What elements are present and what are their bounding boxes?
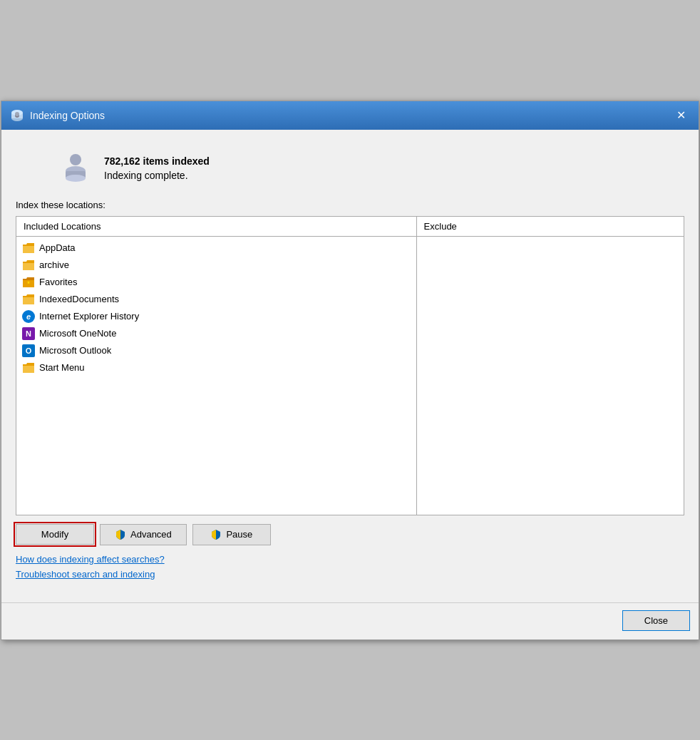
exclude-header: Exclude	[417, 217, 684, 236]
svg-point-5	[70, 154, 81, 165]
section-label: Index these locations:	[16, 200, 684, 210]
list-item[interactable]: AppData	[16, 240, 416, 257]
svg-point-8	[66, 175, 86, 182]
advanced-button[interactable]: Advanced	[100, 524, 187, 545]
close-window-button[interactable]: ✕	[672, 108, 690, 123]
indexing-options-dialog: Indexing Options ✕ 782,162 items indexed…	[1, 101, 699, 640]
svg-point-4	[15, 112, 19, 116]
troubleshoot-link[interactable]: Troubleshoot search and indexing	[16, 569, 684, 580]
title-bar-left: Indexing Options	[10, 108, 105, 123]
included-locations-column: AppData archive	[16, 237, 417, 515]
bottom-bar: Close	[1, 602, 699, 639]
links-section: How does indexing affect searches? Troub…	[16, 554, 684, 591]
included-locations-header: Included Locations	[16, 217, 417, 236]
indexing-status-label: Indexing complete.	[104, 170, 210, 181]
uac-shield-icon	[115, 529, 126, 540]
list-item-label: AppData	[39, 242, 76, 253]
title-bar-text: Indexing Options	[30, 110, 105, 121]
list-item-label: Start Menu	[39, 362, 85, 373]
table-body: AppData archive	[16, 237, 684, 515]
indexing-icon	[58, 151, 93, 185]
onenote-icon: N	[22, 327, 35, 340]
locations-table: Included Locations Exclude AppData	[16, 216, 684, 515]
title-bar: Indexing Options ✕	[1, 101, 699, 130]
list-item-label: IndexedDocuments	[39, 294, 119, 304]
ie-icon: e	[22, 310, 35, 323]
list-item[interactable]: O Microsoft Outlook	[16, 342, 416, 359]
exclude-column	[417, 237, 684, 515]
affect-searches-link[interactable]: How does indexing affect searches?	[16, 554, 684, 565]
folder-icon	[22, 259, 35, 272]
list-item-label: Microsoft Outlook	[39, 345, 111, 356]
list-item[interactable]: Start Menu	[16, 359, 416, 376]
favorites-folder-icon	[22, 276, 35, 289]
list-item[interactable]: IndexedDocuments	[16, 291, 416, 308]
uac-shield-icon	[210, 529, 222, 540]
list-item-label: Internet Explorer History	[39, 311, 139, 322]
folder-icon	[22, 293, 35, 306]
list-item[interactable]: N Microsoft OneNote	[16, 325, 416, 342]
action-buttons-row: Modify Advanced Pause	[16, 515, 684, 554]
list-item-label: archive	[39, 259, 69, 270]
list-item[interactable]: Favorites	[16, 274, 416, 291]
folder-icon	[22, 361, 35, 374]
outlook-icon: O	[22, 344, 35, 357]
list-item-label: Favorites	[39, 277, 77, 287]
modify-button[interactable]: Modify	[16, 524, 94, 545]
status-section: 782,162 items indexed Indexing complete.	[16, 144, 684, 200]
list-item-label: Microsoft OneNote	[39, 328, 116, 339]
list-item[interactable]: e Internet Explorer History	[16, 308, 416, 325]
folder-icon	[22, 242, 35, 255]
pause-button[interactable]: Pause	[192, 524, 271, 545]
dialog-icon	[10, 108, 24, 123]
table-header: Included Locations Exclude	[16, 217, 684, 237]
items-indexed-label: 782,162 items indexed	[104, 155, 210, 167]
list-item[interactable]: archive	[16, 257, 416, 274]
dialog-body: 782,162 items indexed Indexing complete.…	[1, 130, 699, 602]
close-button[interactable]: Close	[622, 610, 690, 631]
status-text: 782,162 items indexed Indexing complete.	[104, 155, 210, 181]
